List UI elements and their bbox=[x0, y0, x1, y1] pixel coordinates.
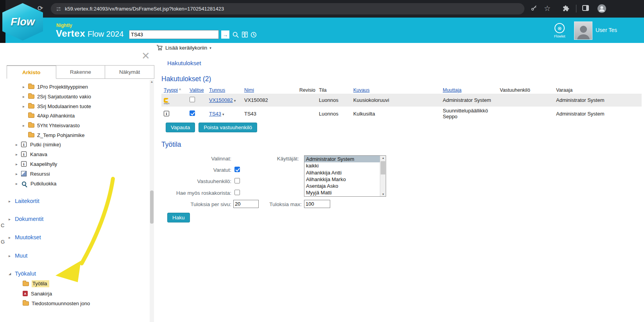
sidebar-item-muutokset[interactable]: ▸ Muutokset bbox=[5, 233, 148, 242]
extensions-puzzle-icon[interactable] bbox=[563, 5, 569, 13]
address-bar[interactable]: k59.vertex.fi:24093/vx/frames/DsFrameSet… bbox=[51, 3, 524, 14]
tree-item-label: Tiedostomuunnosten jono bbox=[32, 301, 90, 306]
tree-item-resurssi[interactable]: ▸ Resurssi bbox=[5, 169, 148, 178]
tree-item-label: Z_Temp Pohjanimike bbox=[37, 132, 84, 138]
vastuuhenkilo-cell bbox=[497, 94, 554, 107]
folder-icon bbox=[23, 282, 29, 286]
scrollbar-thumb[interactable] bbox=[150, 190, 154, 224]
row-checkbox[interactable] bbox=[190, 110, 195, 116]
chevron-right-icon[interactable]: ▸ bbox=[9, 217, 15, 221]
column-header-valitse[interactable]: Valitse bbox=[187, 87, 207, 94]
listbox-option[interactable]: Administrator System bbox=[304, 156, 380, 162]
chevron-right-icon[interactable]: ▸ bbox=[23, 104, 28, 109]
history-icon-button[interactable] bbox=[249, 30, 258, 39]
tree-item-3srj[interactable]: ▸ 3Srj Modulaarinen tuote bbox=[5, 101, 148, 111]
dictionary-icon bbox=[23, 291, 28, 296]
sidebar-item-sanakirja[interactable]: Sanakirja bbox=[5, 289, 148, 298]
chevron-right-icon[interactable]: ▸ bbox=[16, 162, 21, 166]
scrollbar-up-icon[interactable]: ▲ bbox=[380, 157, 386, 159]
tree-item-5yht[interactable]: ▸ 5Yht Yhteisvarasto bbox=[5, 121, 148, 130]
chevron-right-icon[interactable]: ▸ bbox=[9, 254, 15, 258]
chevron-right-icon[interactable]: ▸ bbox=[23, 94, 28, 99]
tree-item-putkiluokka[interactable]: ▸ Putkiluokka bbox=[5, 179, 148, 188]
max-input[interactable] bbox=[304, 200, 330, 208]
tree-item-kaapelihylly[interactable]: ▸ Kaapelihylly bbox=[5, 159, 148, 169]
chevron-down-icon[interactable]: ▾ bbox=[222, 112, 224, 116]
vapauta-button[interactable]: Vapauta bbox=[166, 123, 195, 132]
chevron-right-icon[interactable]: ▸ bbox=[16, 142, 21, 147]
listbox-option[interactable]: Alihankkija Marko bbox=[304, 176, 380, 183]
column-header-tunnus[interactable]: Tunnus bbox=[207, 87, 242, 94]
tunnus-link[interactable]: TS43 bbox=[209, 111, 221, 117]
roskakori-checkbox[interactable] bbox=[234, 190, 240, 195]
user-avatar[interactable] bbox=[574, 21, 592, 40]
tree-item-1pro[interactable]: ▸ 1Pro Projektityyppinen bbox=[5, 82, 148, 91]
sidebar-item-dokumentit[interactable]: ▸ Dokumentit bbox=[5, 214, 148, 224]
section-label: Muutokset bbox=[15, 234, 41, 240]
report-icon-button[interactable] bbox=[241, 30, 249, 39]
search-icon-button[interactable] bbox=[231, 30, 240, 39]
row-checkbox[interactable] bbox=[190, 97, 195, 102]
sidebar-item-tyotila[interactable]: Työtila bbox=[5, 279, 148, 288]
scrollbar-thumb[interactable] bbox=[381, 161, 385, 174]
tree-item-2srj[interactable]: ▸ 2Srj Sarjatuotanto vakio bbox=[5, 92, 148, 101]
tab-nakymat[interactable]: Näkymät bbox=[105, 65, 154, 79]
users-listbox[interactable]: Administrator System kaikki Alihankkija … bbox=[304, 155, 386, 197]
table-row: sldprt VX150082▾ VX150082 Luonnos Kuusio… bbox=[161, 94, 642, 107]
search-go-button[interactable]: → bbox=[221, 30, 229, 39]
pipe-class-icon bbox=[22, 181, 26, 186]
add-to-basket-label: Lisää keräilykoriin bbox=[165, 45, 207, 51]
haku-button[interactable]: Haku bbox=[167, 213, 190, 222]
browser-profile-icon[interactable] bbox=[597, 4, 606, 15]
valinnat-label: Valinnat: bbox=[154, 156, 231, 162]
flowlet-button[interactable]: ⊗ Flowlet bbox=[549, 23, 570, 38]
sidebar-item-tiedostomuunnokset[interactable]: Tiedostomuunnosten jono bbox=[5, 299, 148, 308]
varatut-checkbox[interactable] bbox=[234, 167, 240, 172]
chevron-right-icon[interactable]: ▸ bbox=[16, 172, 21, 176]
add-to-basket-button[interactable]: Lisää keräilykoriin ▾ bbox=[156, 45, 211, 51]
listbox-scrollbar[interactable]: ▲ ▼ bbox=[380, 156, 386, 196]
column-header-kuvaus[interactable]: Kuvaus bbox=[351, 87, 440, 94]
item-info-icon bbox=[21, 142, 27, 147]
tree-item-label-highlighted: Työtila bbox=[32, 280, 49, 287]
scrollbar-up-icon[interactable]: ▲ bbox=[150, 80, 154, 84]
tree-item-4akp[interactable]: 4Akp Alihankinta bbox=[5, 111, 148, 120]
site-settings-icon[interactable] bbox=[56, 6, 61, 12]
url-text[interactable]: k59.vertex.fi:24093/vx/frames/DsFrameSet… bbox=[65, 6, 224, 12]
main-content: Lisää keräilykoriin ▾ Hakutulokset Hakut… bbox=[154, 43, 644, 322]
tunnus-link[interactable]: VX150082 bbox=[209, 97, 233, 103]
bookmark-star-icon[interactable]: ☆ bbox=[544, 4, 551, 13]
tree-item-ztemp[interactable]: Z_Temp Pohjanimike bbox=[5, 130, 148, 140]
chevron-right-icon[interactable]: ▸ bbox=[9, 199, 15, 203]
quick-search-input[interactable] bbox=[129, 30, 219, 39]
scrollbar-down-icon[interactable]: ▼ bbox=[380, 193, 386, 196]
chevron-down-icon[interactable]: ▾ bbox=[234, 99, 236, 103]
close-icon[interactable]: ✕ bbox=[141, 51, 150, 61]
tab-rakenne[interactable]: Rakenne bbox=[56, 65, 106, 79]
chevron-right-icon[interactable]: ▸ bbox=[16, 152, 21, 157]
column-header-nimi[interactable]: Nimi bbox=[242, 87, 297, 94]
sidebar-item-laitekortit[interactable]: ▸ Laitekortit bbox=[5, 196, 148, 206]
per-sivu-input[interactable] bbox=[233, 200, 259, 208]
chevron-expanded-icon[interactable]: ◢ bbox=[9, 272, 15, 276]
tree-item-kanava[interactable]: ▸ Kanava bbox=[5, 149, 148, 159]
listbox-option[interactable]: Alihankkija Antti bbox=[304, 169, 380, 176]
sidebar-item-muut[interactable]: ▸ Muut bbox=[5, 251, 148, 260]
poista-vastuuhenkilo-button[interactable]: Poista vastuuhenkilö bbox=[199, 123, 257, 132]
listbox-option[interactable]: Asentaja Asko bbox=[304, 183, 380, 189]
password-key-icon[interactable] bbox=[531, 5, 537, 13]
chevron-right-icon[interactable]: ▸ bbox=[9, 235, 15, 240]
column-header-tyyppi[interactable]: Tyyppi^ bbox=[161, 87, 187, 94]
side-panel-icon[interactable] bbox=[582, 5, 589, 11]
chevron-right-icon[interactable]: ▸ bbox=[16, 181, 21, 186]
sidebar-item-tyokalut[interactable]: ◢ Työkalut bbox=[5, 269, 148, 278]
listbox-option[interactable]: Myyjä Matti bbox=[304, 189, 380, 196]
chevron-right-icon[interactable]: ▸ bbox=[23, 85, 28, 89]
tab-arkisto[interactable]: Arkisto bbox=[7, 65, 56, 79]
listbox-option[interactable]: kaikki bbox=[304, 162, 380, 169]
column-header-muuttaja[interactable]: Muuttaja bbox=[440, 87, 497, 94]
tree-item-putki[interactable]: ▸ Putki (nimike) bbox=[5, 140, 148, 149]
chevron-right-icon[interactable]: ▸ bbox=[23, 123, 28, 128]
vastuuhenkilo-checkbox[interactable] bbox=[234, 178, 240, 183]
sidebar-scrollbar[interactable]: ▲ bbox=[150, 80, 154, 322]
